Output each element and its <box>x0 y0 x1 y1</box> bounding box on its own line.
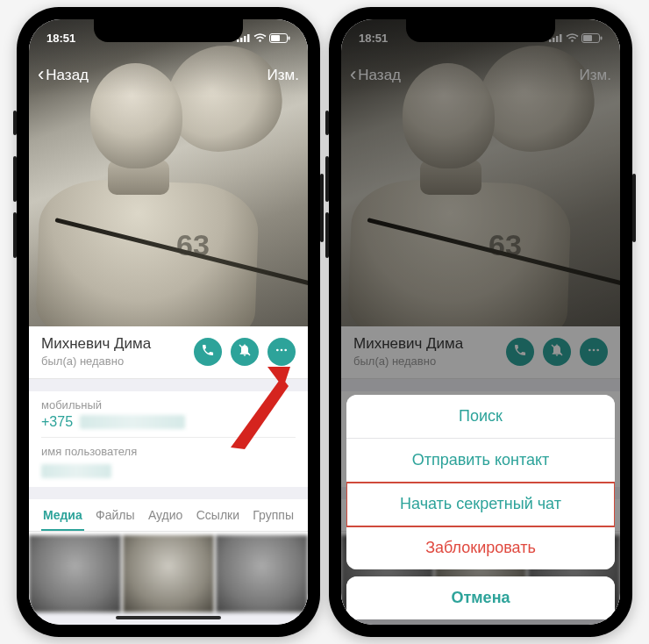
volume-down <box>13 212 17 258</box>
tab-audio[interactable]: Аудио <box>146 499 185 531</box>
profile-name: Михневич Дима <box>41 335 151 353</box>
svg-rect-6 <box>271 35 280 41</box>
svg-point-11 <box>284 348 287 351</box>
svg-rect-1 <box>240 38 243 42</box>
tab-links[interactable]: Ссылки <box>195 499 241 531</box>
profile-photo[interactable]: 63 18:51 <box>29 19 308 326</box>
nav-bar: ‹ Назад Изм. <box>29 58 308 93</box>
media-tabs: Медиа Файлы Аудио Ссылки Группы <box>29 499 308 532</box>
sheet-block[interactable]: Заблокировать <box>346 526 615 569</box>
redacted-phone <box>80 415 185 429</box>
svg-rect-7 <box>289 36 290 39</box>
contact-details: мобильный +375 имя пользователя <box>29 391 308 487</box>
action-sheet: Поиск Отправить контакт Начать секретный… <box>346 395 615 619</box>
back-button[interactable]: ‹ Назад <box>38 67 89 84</box>
username-value[interactable] <box>41 461 296 478</box>
media-thumb[interactable] <box>29 535 121 612</box>
media-thumb[interactable] <box>123 535 215 612</box>
profile-strip: Михневич Дима был(а) недавно <box>29 326 308 379</box>
phone-value[interactable]: +375 <box>41 414 296 430</box>
volume-down <box>325 212 329 258</box>
chevron-left-icon: ‹ <box>38 65 44 84</box>
tab-media[interactable]: Медиа <box>41 499 84 531</box>
more-button[interactable] <box>267 338 296 366</box>
power-button <box>320 174 324 242</box>
tab-groups[interactable]: Группы <box>251 499 296 531</box>
volume-up <box>325 156 329 202</box>
back-label: Назад <box>46 67 89 84</box>
tab-files[interactable]: Файлы <box>94 499 136 531</box>
sheet-search[interactable]: Поиск <box>346 395 615 439</box>
phone-left: 63 18:51 <box>17 7 320 637</box>
svg-rect-2 <box>244 36 246 42</box>
screen-right: 63 18:51 <box>341 19 620 625</box>
redacted-username <box>41 464 111 478</box>
username-label: имя пользователя <box>41 445 296 458</box>
media-thumb[interactable] <box>216 535 308 612</box>
screen-left: 63 18:51 <box>29 19 308 625</box>
bell-off-icon <box>238 343 252 361</box>
battery-icon <box>269 33 290 43</box>
profile-status: был(а) недавно <box>41 354 151 368</box>
svg-point-10 <box>281 348 283 351</box>
sheet-cancel[interactable]: Отмена <box>346 576 615 619</box>
call-button[interactable] <box>194 338 222 366</box>
more-horizontal-icon <box>275 343 289 361</box>
silence-switch <box>13 111 17 135</box>
edit-button[interactable]: Изм. <box>267 67 299 84</box>
wifi-icon <box>253 33 267 42</box>
power-button <box>632 174 636 242</box>
sheet-start-secret-chat[interactable]: Начать секретный чат <box>346 483 615 526</box>
tutorial-two-phones: 63 18:51 <box>0 0 649 644</box>
silence-switch <box>325 111 329 135</box>
svg-rect-0 <box>237 39 239 42</box>
svg-rect-3 <box>247 34 250 42</box>
phone-right: 63 18:51 <box>329 7 632 637</box>
home-indicator <box>116 616 221 619</box>
sheet-send-contact[interactable]: Отправить контакт <box>346 439 615 483</box>
phone-icon <box>201 343 215 361</box>
svg-point-4 <box>259 39 261 42</box>
media-grid <box>29 532 308 612</box>
phone-label: мобильный <box>41 398 296 411</box>
svg-point-9 <box>276 348 279 351</box>
mute-button[interactable] <box>231 338 259 366</box>
volume-up <box>13 156 17 202</box>
status-time: 18:51 <box>46 32 75 45</box>
device-notch <box>94 19 243 42</box>
